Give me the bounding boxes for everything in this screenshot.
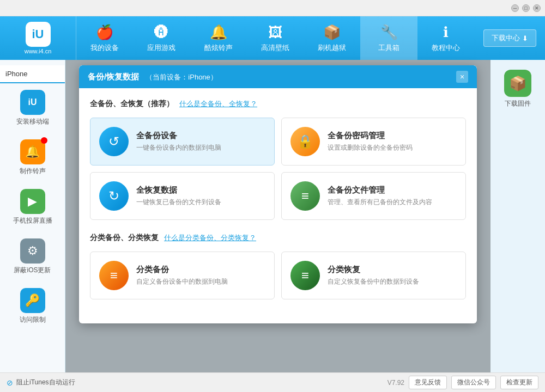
block-itunes-label: 阻止iTunes自动运行 xyxy=(16,378,75,387)
category-backup-icon: ≡ xyxy=(99,261,129,290)
section2-cards: ≡ 分类备份 自定义备份设备中的数据到电脑 ≡ 分类恢复 自定义恢复备份中的 xyxy=(90,252,466,299)
card-full-backup-files-title: 全备份文件管理 xyxy=(328,185,457,195)
card-full-restore[interactable]: ↻ 全恢复数据 一键恢复已备份的文件到设备 xyxy=(90,172,275,220)
logo-icon: iU xyxy=(26,22,51,47)
status-left: ⊘ 阻止iTunes自动运行 xyxy=(7,378,381,387)
wechat-button[interactable]: 微信公众号 xyxy=(451,376,496,389)
app-icon: 🅐 xyxy=(154,24,168,41)
card-full-backup-files-desc: 管理、查看所有已备份的文件及内容 xyxy=(328,198,457,207)
access-limit-icon: 🔑 xyxy=(20,288,45,313)
card-full-backup-device-desc: 一键备份设备内的数据到电脑 xyxy=(136,143,265,152)
modal-title: 备份/恢复数据 （当前设备：iPhone） xyxy=(88,72,217,82)
modal-body: 全备份、全恢复（推荐） 什么是全备份、全恢复？ ↺ 全备份设备 一键备份设备内的… xyxy=(79,88,477,323)
sidebar-item-ringtone[interactable]: 🔔 制作铃声 xyxy=(0,133,65,182)
nav-ringtones[interactable]: 🔔 酷炫铃声 xyxy=(190,16,247,60)
sidebar-item-access-limit[interactable]: 🔑 访问限制 xyxy=(0,281,65,331)
modal-overlay: 备份/恢复数据 （当前设备：iPhone） × 全备份、全恢复（推荐） 什么是全… xyxy=(65,60,491,372)
card-category-restore-desc: 自定义恢复备份中的数据到设备 xyxy=(328,277,457,286)
section2-link[interactable]: 什么是分类备份、分类恢复？ xyxy=(164,233,256,243)
download-center-button[interactable]: 下载中心 ⬇ xyxy=(483,29,536,47)
info-icon: ℹ xyxy=(443,24,449,41)
card-full-restore-desc: 一键恢复已备份的文件到设备 xyxy=(136,198,265,207)
maximize-button[interactable]: □ xyxy=(522,4,530,12)
download-arrow-icon: ⬇ xyxy=(522,34,528,42)
section1-link[interactable]: 什么是全备份、全恢复？ xyxy=(179,99,257,109)
title-bar: ─ □ ✕ xyxy=(0,0,545,16)
full-restore-icon: ↻ xyxy=(99,181,129,211)
toolbox-icon: 🔧 xyxy=(380,24,398,41)
right-panel: 📦 下载固件 xyxy=(491,60,545,372)
card-full-restore-title: 全恢复数据 xyxy=(136,185,265,195)
logo-subtitle: www.i4.cn xyxy=(25,48,52,54)
section2-title: 分类备份、分类恢复 xyxy=(90,233,159,243)
section1-title: 全备份、全恢复（推荐） xyxy=(90,99,174,109)
modal-close-button[interactable]: × xyxy=(456,71,468,83)
feedback-button[interactable]: 意见反馈 xyxy=(409,376,447,389)
wallpaper-icon: 🖼 xyxy=(268,24,282,41)
section2-header: 分类备份、分类恢复 什么是分类备份、分类恢复？ xyxy=(90,233,466,243)
block-ios-icon: ⚙ xyxy=(20,238,45,264)
nav-my-device[interactable]: 🍎 我的设备 xyxy=(76,16,133,60)
check-update-button[interactable]: 检查更新 xyxy=(500,376,538,389)
ringtone-badge xyxy=(41,137,47,144)
apple-icon: 🍎 xyxy=(96,24,113,41)
card-category-backup-title: 分类备份 xyxy=(136,265,265,275)
card-full-backup-device-title: 全备份设备 xyxy=(136,131,265,141)
category-restore-icon: ≡ xyxy=(290,261,320,290)
nav-right: 下载中心 ⬇ xyxy=(474,29,545,47)
card-full-backup-files[interactable]: ≡ 全备份文件管理 管理、查看所有已备份的文件及内容 xyxy=(281,172,466,220)
top-nav: iU www.i4.cn 🍎 我的设备 🅐 应用游戏 🔔 酷炫铃声 🖼 高清壁纸… xyxy=(0,16,545,60)
minimize-button[interactable]: ─ xyxy=(511,4,519,12)
modal-subtitle: （当前设备：iPhone） xyxy=(146,73,217,81)
logo-area: iU www.i4.cn xyxy=(0,16,76,60)
close-button[interactable]: ✕ xyxy=(533,4,541,12)
nav-tutorials[interactable]: ℹ 教程中心 xyxy=(417,16,474,60)
status-right: V7.92 意见反馈 微信公众号 检查更新 xyxy=(387,376,538,389)
section1-header: 全备份、全恢复（推荐） 什么是全备份、全恢复？ xyxy=(90,99,466,109)
sidebar-item-install-app[interactable]: iU 安装移动端 xyxy=(0,83,65,133)
screen-live-icon: ▶ xyxy=(20,189,45,214)
modal-header: 备份/恢复数据 （当前设备：iPhone） × xyxy=(79,65,477,88)
nav-app-games[interactable]: 🅐 应用游戏 xyxy=(133,16,190,60)
sidebar: iPhone iU 安装移动端 🔔 制作铃声 ▶ 手机投屏直播 ⚙ 屏蔽iO xyxy=(0,60,65,372)
nav-toolbox[interactable]: 🔧 工具箱 xyxy=(360,16,417,60)
nav-wallpaper[interactable]: 🖼 高清壁纸 xyxy=(247,16,304,60)
bell-icon: 🔔 xyxy=(210,24,227,41)
full-backup-files-icon: ≡ xyxy=(290,181,320,211)
card-category-backup[interactable]: ≡ 分类备份 自定义备份设备中的数据到电脑 xyxy=(90,252,275,299)
status-bar: ⊘ 阻止iTunes自动运行 V7.92 意见反馈 微信公众号 检查更新 xyxy=(0,372,545,392)
ringtone-icon: 🔔 xyxy=(20,139,45,164)
install-app-icon: iU xyxy=(20,90,45,115)
device-tab[interactable]: iPhone xyxy=(0,65,65,83)
block-itunes-icon: ⊘ xyxy=(7,378,13,387)
version-label: V7.92 xyxy=(387,379,404,387)
jailbreak-icon: 📦 xyxy=(323,24,341,41)
card-full-backup-password-title: 全备份密码管理 xyxy=(328,131,457,141)
nav-items: 🍎 我的设备 🅐 应用游戏 🔔 酷炫铃声 🖼 高清壁纸 📦 刷机越狱 🔧 工具箱… xyxy=(76,16,474,60)
card-full-backup-password[interactable]: 🔒 全备份密码管理 设置或删除设备的全备份密码 xyxy=(281,118,466,166)
card-category-restore-title: 分类恢复 xyxy=(328,265,457,275)
full-backup-device-icon: ↺ xyxy=(99,127,129,156)
section1-cards: ↺ 全备份设备 一键备份设备内的数据到电脑 🔒 全备份密码管理 设置或删除 xyxy=(90,118,466,220)
sidebar-item-block-ios[interactable]: ⚙ 屏蔽iOS更新 xyxy=(0,232,65,281)
card-category-restore[interactable]: ≡ 分类恢复 自定义恢复备份中的数据到设备 xyxy=(281,252,466,299)
card-category-backup-desc: 自定义备份设备中的数据到电脑 xyxy=(136,277,265,286)
download-firmware-icon: 📦 xyxy=(504,70,531,97)
right-item-download-firmware[interactable]: 📦 下载固件 xyxy=(500,65,536,113)
full-backup-password-icon: 🔒 xyxy=(290,127,320,156)
card-full-backup-device[interactable]: ↺ 全备份设备 一键备份设备内的数据到电脑 xyxy=(90,118,275,166)
nav-jailbreak[interactable]: 📦 刷机越狱 xyxy=(304,16,360,60)
sidebar-item-screen-live[interactable]: ▶ 手机投屏直播 xyxy=(0,182,65,232)
content-area: 备份/恢复数据 （当前设备：iPhone） × 全备份、全恢复（推荐） 什么是全… xyxy=(65,60,491,372)
backup-restore-modal: 备份/恢复数据 （当前设备：iPhone） × 全备份、全恢复（推荐） 什么是全… xyxy=(79,65,477,323)
card-full-backup-password-desc: 设置或删除设备的全备份密码 xyxy=(328,143,457,152)
main-area: iPhone iU 安装移动端 🔔 制作铃声 ▶ 手机投屏直播 ⚙ 屏蔽iO xyxy=(0,60,545,372)
